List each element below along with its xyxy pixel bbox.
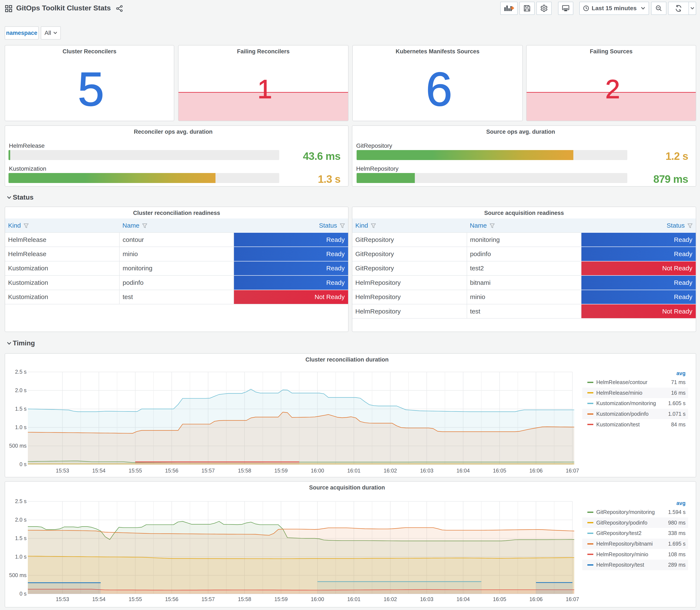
svg-text:16:06: 16:06 — [530, 596, 543, 602]
svg-text:0 s: 0 s — [19, 461, 27, 467]
svg-text:1.0 s: 1.0 s — [15, 424, 27, 430]
svg-text:2.0 s: 2.0 s — [15, 387, 27, 393]
svg-text:15:55: 15:55 — [129, 596, 142, 602]
svg-text:16:07: 16:07 — [566, 596, 579, 602]
svg-text:1.5 s: 1.5 s — [15, 406, 27, 412]
svg-text:500 ms: 500 ms — [9, 572, 27, 578]
svg-text:2.5 s: 2.5 s — [15, 498, 27, 504]
svg-text:1.5 s: 1.5 s — [15, 535, 27, 541]
svg-text:15:56: 15:56 — [165, 468, 179, 473]
svg-text:15:58: 15:58 — [238, 468, 251, 473]
svg-text:15:59: 15:59 — [274, 596, 288, 602]
svg-text:15:55: 15:55 — [129, 468, 142, 473]
svg-text:15:56: 15:56 — [165, 596, 179, 602]
svg-text:15:58: 15:58 — [238, 596, 251, 602]
svg-text:16:00: 16:00 — [311, 596, 324, 602]
svg-text:16:00: 16:00 — [311, 468, 324, 473]
svg-text:15:57: 15:57 — [201, 468, 215, 473]
svg-text:16:04: 16:04 — [456, 596, 470, 602]
svg-text:16:01: 16:01 — [347, 596, 361, 602]
svg-text:16:03: 16:03 — [420, 468, 434, 473]
svg-text:15:53: 15:53 — [56, 468, 69, 473]
svg-text:15:54: 15:54 — [92, 596, 105, 602]
svg-text:16:02: 16:02 — [384, 596, 397, 602]
svg-text:15:53: 15:53 — [56, 596, 69, 602]
svg-text:16:06: 16:06 — [530, 468, 543, 473]
svg-text:15:59: 15:59 — [274, 468, 288, 473]
svg-text:2.0 s: 2.0 s — [15, 517, 27, 523]
svg-text:16:04: 16:04 — [456, 468, 470, 473]
svg-text:0 s: 0 s — [19, 591, 27, 597]
svg-text:2.5 s: 2.5 s — [15, 369, 27, 375]
svg-text:1.0 s: 1.0 s — [15, 554, 27, 560]
svg-text:16:03: 16:03 — [420, 596, 434, 602]
svg-text:15:54: 15:54 — [92, 468, 105, 473]
svg-text:500 ms: 500 ms — [9, 443, 27, 449]
svg-text:16:07: 16:07 — [566, 468, 579, 473]
svg-text:15:57: 15:57 — [201, 596, 215, 602]
svg-text:16:02: 16:02 — [384, 468, 397, 473]
svg-text:16:05: 16:05 — [493, 468, 506, 473]
svg-text:16:05: 16:05 — [493, 596, 506, 602]
svg-text:16:01: 16:01 — [347, 468, 361, 473]
